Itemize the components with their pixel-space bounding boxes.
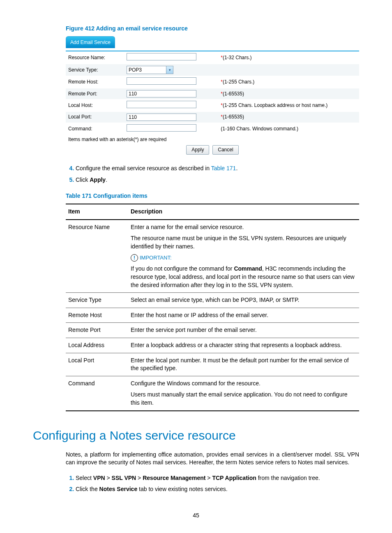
row-remote-host-desc: Enter the host name or IP address of the… <box>128 308 359 323</box>
row-resource-name-item: Resource Name <box>66 220 128 293</box>
hint-remote-host: (1-255 Chars.) <box>223 79 254 85</box>
row-service-type-item: Service Type <box>66 293 128 308</box>
page-number: 45 <box>33 512 359 520</box>
tab-add-email-service[interactable]: Add Email Service <box>66 36 115 49</box>
hint-remote-port: (1-65535) <box>223 91 244 97</box>
service-type-select[interactable]: POP3 ▾ <box>127 66 173 74</box>
row-remote-host-item: Remote Host <box>66 308 128 323</box>
required-note: Items marked with an asterisk(*) are req… <box>66 135 359 146</box>
step-4: Configure the email service resource as … <box>76 163 359 174</box>
remote-port-input[interactable]: 110 <box>127 90 196 97</box>
row-local-port-item: Local Port <box>66 353 128 376</box>
label-remote-port: Remote Port: <box>66 88 124 99</box>
step-b1: Select VPN > SSL VPN > Resource Manageme… <box>76 473 359 484</box>
hint-command: (1-160 Chars. Windows command.) <box>221 126 298 132</box>
important-icon: ! <box>131 254 138 262</box>
local-port-input[interactable]: 110 <box>127 114 196 121</box>
row-remote-port-desc: Enter the service port number of the ema… <box>128 323 359 338</box>
header-description: Description <box>128 204 359 220</box>
form-table: Resource Name: *(1-32 Chars.) Service Ty… <box>66 51 359 135</box>
table-title: Table 171 Configuration items <box>66 192 359 200</box>
step-5: Click Apply. <box>76 174 359 186</box>
resource-name-input[interactable] <box>127 53 196 60</box>
cancel-button[interactable]: Cancel <box>212 145 238 155</box>
label-service-type: Service Type: <box>66 64 124 76</box>
label-local-host: Local Host: <box>66 99 124 112</box>
step-b2: Click the Notes Service tab to view exis… <box>76 484 359 495</box>
apply-button[interactable]: Apply <box>186 145 209 155</box>
chevron-down-icon[interactable]: ▾ <box>166 66 173 74</box>
row-service-type-desc: Select an email service type, which can … <box>128 293 359 308</box>
important-label: ! IMPORTANT: <box>131 254 172 262</box>
row-command-desc: Configure the Windows command for the re… <box>128 376 359 410</box>
figure-title: Figure 412 Adding an email service resou… <box>66 25 359 33</box>
config-table: Item Description Resource Name Enter a n… <box>66 204 359 411</box>
steps-list-b: Select VPN > SSL VPN > Resource Manageme… <box>66 473 359 495</box>
local-host-input[interactable] <box>127 101 196 108</box>
section-heading: Configuring a Notes service resource <box>33 427 359 444</box>
figure-panel: Add Email Service Resource Name: *(1-32 … <box>66 36 359 158</box>
row-remote-port-item: Remote Port <box>66 323 128 338</box>
steps-list-a: Configure the email service resource as … <box>66 163 359 185</box>
row-local-address-desc: Enter a loopback address or a character … <box>128 338 359 353</box>
row-resource-name-desc: Enter a name for the email service resou… <box>128 220 359 293</box>
row-local-address-item: Local Address <box>66 338 128 353</box>
hint-resource-name: (1-32 Chars.) <box>223 55 252 60</box>
hint-local-host: (1-255 Chars. Loopback address or host n… <box>223 102 327 108</box>
label-local-port: Local Port: <box>66 112 124 123</box>
label-resource-name: Resource Name: <box>66 51 124 64</box>
link-table-171[interactable]: Table 171 <box>211 165 236 171</box>
header-item: Item <box>66 204 128 220</box>
command-input[interactable] <box>127 124 196 132</box>
row-local-port-desc: Enter the local port number. It must be … <box>128 353 359 376</box>
remote-host-input[interactable] <box>127 77 196 85</box>
row-command-item: Command <box>66 376 128 410</box>
label-command: Command: <box>66 123 124 135</box>
label-remote-host: Remote Host: <box>66 76 124 88</box>
hint-local-port: (1-65535) <box>223 114 244 120</box>
section-intro: Notes, a platform for implementing offic… <box>66 451 359 467</box>
